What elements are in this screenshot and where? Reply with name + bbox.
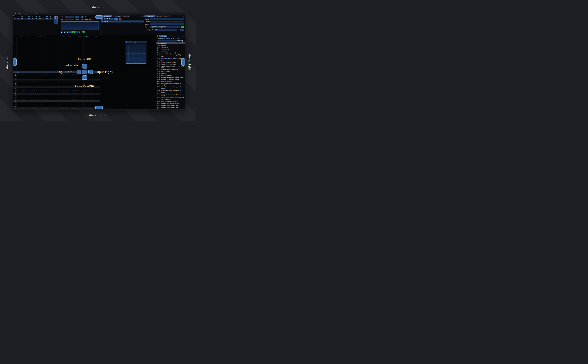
pattern-cell[interactable]: ... .. .. ... xyxy=(67,79,75,80)
pattern-cell[interactable]: ... .. .. ... xyxy=(16,104,25,105)
pattern-cell[interactable]: ... .. .. ... xyxy=(67,99,75,100)
pattern-cell[interactable]: ... .. .. ... xyxy=(16,91,25,93)
pattern-cell[interactable]: ... .. .. ... xyxy=(41,91,50,93)
pattern-cell[interactable]: ... .. .. ... xyxy=(16,77,25,78)
pattern-cell[interactable]: ... .. .. ... xyxy=(41,81,50,82)
pattern-cell[interactable]: ... .. .. ... xyxy=(25,81,33,82)
pattern-cell[interactable]: ... .. .. ... xyxy=(58,88,67,89)
step-one-row-button[interactable]: ↓ xyxy=(70,31,72,33)
pattern-cell[interactable]: ... .. .. ... xyxy=(67,90,75,91)
metronome-button[interactable]: ♩ xyxy=(75,31,78,33)
pattern-cell[interactable]: ... .. .. ... xyxy=(92,99,100,100)
pattern-cell[interactable]: ... .. .. ... xyxy=(33,77,41,78)
collapse-icon[interactable]: ▼ xyxy=(145,15,146,17)
tab-speed[interactable]: Speed xyxy=(163,15,170,17)
pattern-cell[interactable]: ... .. .. ... xyxy=(84,88,92,89)
effect-item-15xx[interactable]: 15xxSet level of operator 4 (0 highest, … xyxy=(157,93,184,97)
tuning-increase-button[interactable]: + xyxy=(182,29,184,31)
pattern-cell[interactable]: ... .. .. ... xyxy=(50,86,58,87)
menu-file[interactable]: file xyxy=(14,13,17,15)
effect-item-06xy[interactable]: 06xyVolume slide + portamento (compatibi… xyxy=(157,58,184,61)
pattern-cell[interactable]: ... .. .. ... xyxy=(50,93,58,94)
channel-header-fm-3[interactable]: FM 3 xyxy=(33,35,41,37)
pattern-cell[interactable]: ... .. .. ... xyxy=(41,106,50,107)
channel-header-square-1[interactable]: Square 1 xyxy=(67,35,75,37)
pattern-cell[interactable]: ... .. .. ... xyxy=(25,95,33,96)
pattern-cell[interactable]: ... .. .. ... xyxy=(33,88,41,89)
pattern-cell[interactable]: ... .. .. ... xyxy=(58,84,67,85)
split-bottom-target[interactable] xyxy=(82,75,87,80)
pattern-cell[interactable]: ... .. .. ... xyxy=(67,104,75,105)
pattern-row-19[interactable]: 19... .. .. ...... .. .. ...... .. .. ..… xyxy=(13,106,100,108)
pattern-cell[interactable]: ... .. .. ... xyxy=(75,106,84,107)
pattern-cell[interactable]: ... .. .. ... xyxy=(16,79,25,80)
pattern-cell[interactable]: ... .. .. ... xyxy=(92,97,100,98)
pattern-cell[interactable]: ... .. .. ... xyxy=(67,91,75,93)
pattern-cell[interactable]: ... .. .. ... xyxy=(25,102,33,104)
pattern-cell[interactable]: ... .. .. ... xyxy=(84,81,92,82)
pattern-cell[interactable]: ... .. .. ... xyxy=(33,90,41,91)
author-input[interactable] xyxy=(150,21,184,22)
order-cell[interactable]: 00 xyxy=(45,18,49,20)
pattern-cell[interactable]: ... .. .. ... xyxy=(33,106,41,107)
tuning-input[interactable]: 440 xyxy=(154,29,177,31)
pattern-cell[interactable]: ... .. .. ... xyxy=(92,74,100,75)
pattern-cell[interactable]: ... .. .. ... xyxy=(67,83,75,84)
pattern-cell[interactable]: ... .. .. ... xyxy=(41,95,50,96)
move-order-up-button[interactable]: ∧ xyxy=(56,18,58,20)
pattern-cell[interactable]: ... .. .. ... xyxy=(41,93,50,94)
pattern-row-3[interactable]: 3... .. .. ...... .. .. ...... .. .. ...… xyxy=(13,77,100,79)
pattern-cell[interactable]: ... .. .. ... xyxy=(75,99,84,100)
pattern-cell[interactable]: ... .. .. ... xyxy=(33,83,41,84)
pattern-row-21[interactable]: 21... .. .. ...... .. .. ...... .. .. ..… xyxy=(13,109,100,110)
channel-header-noise[interactable]: Noise xyxy=(92,35,100,37)
save-instrument-button[interactable] xyxy=(109,18,111,20)
edit-record-button[interactable]: ● xyxy=(73,31,75,33)
pattern-cell[interactable]: ... .. .. ... xyxy=(25,99,33,100)
tuning-decrease-button[interactable]: - xyxy=(180,29,182,31)
pattern-cell[interactable]: ... .. .. ... xyxy=(92,104,100,105)
pattern-cell[interactable]: ... .. .. ... xyxy=(58,74,67,75)
pattern-cell[interactable]: ... .. .. ... xyxy=(75,104,84,105)
collapse-icon[interactable]: ▼ xyxy=(126,41,127,43)
order-cell[interactable]: 00 xyxy=(31,18,34,20)
pattern-cell[interactable]: ... .. .. ... xyxy=(92,102,100,104)
open-instrument-button[interactable] xyxy=(106,18,108,20)
pattern-cell[interactable]: ... .. .. ... xyxy=(33,75,41,77)
pattern-cell[interactable]: ... .. .. ... xyxy=(58,108,67,109)
effect-item-04xy[interactable]: 04xyVibrato (x: speed; y: depth) xyxy=(157,52,184,54)
play-from-cursor-button[interactable]: ➤ xyxy=(66,31,69,33)
pattern-row-14[interactable]: 14... .. .. ...... .. .. ...... .. .. ..… xyxy=(13,97,100,98)
pattern-cell[interactable]: ... .. .. ... xyxy=(50,88,58,89)
octave-increase-button[interactable]: + xyxy=(77,16,79,18)
menu-window[interactable]: window xyxy=(28,13,34,15)
pattern-cell[interactable]: ... .. .. ... xyxy=(50,72,58,73)
pattern-cell[interactable]: ... .. .. ... xyxy=(67,77,75,78)
pattern-cell[interactable]: ... .. .. ... xyxy=(75,102,84,104)
effect-item-02xx[interactable]: 02xxPitch slide down xyxy=(157,48,184,50)
pattern-cell[interactable]: ... .. .. ... xyxy=(25,97,33,98)
pattern-cell[interactable]: ... .. .. ... xyxy=(41,77,50,78)
add-order-button[interactable]: + xyxy=(54,16,56,18)
pattern-cell[interactable]: ... .. .. ... xyxy=(67,100,75,102)
channel-header-fm-4[interactable]: FM 4 xyxy=(41,35,50,37)
pattern-cell[interactable]: ... .. .. ... xyxy=(84,108,92,109)
pattern-cell[interactable]: ... .. .. ... xyxy=(58,97,67,98)
pattern-row-13[interactable]: 13... .. .. ...... .. .. ...... .. .. ..… xyxy=(13,95,100,97)
effect-item-10xy[interactable]: 10xySetup LFO (x: enable; y: speed) xyxy=(157,79,184,80)
pattern-cell[interactable]: ... .. .. ... xyxy=(41,84,50,85)
effect-item-0Axy[interactable]: 0AxyVolume slide (0y: down; x0: up) xyxy=(157,69,184,71)
pattern-row-2[interactable]: 2... .. .. ...... .. .. ...... .. .. ...… xyxy=(13,75,100,77)
pattern-cell[interactable]: ... .. .. ... xyxy=(25,86,33,87)
order-cell[interactable]: 00 xyxy=(49,18,53,20)
pattern-row-20[interactable]: 20... .. .. ...... .. .. ...... .. .. ..… xyxy=(13,107,100,109)
pattern-cell[interactable]: ... .. .. ... xyxy=(67,106,75,107)
pattern-cell[interactable]: ... .. .. ... xyxy=(67,108,75,109)
pattern-cell[interactable]: ... .. .. ... xyxy=(16,83,25,84)
pattern-cell[interactable]: ... .. .. ... xyxy=(41,88,50,89)
pattern-cell[interactable]: ... .. .. ... xyxy=(67,81,75,82)
pattern-cell[interactable]: ... .. .. ... xyxy=(41,86,50,87)
effect-list-menu-button[interactable]: ≡ xyxy=(181,40,183,42)
pattern-cell[interactable]: ... .. .. ... xyxy=(75,90,84,91)
pattern-row-0[interactable]: 0... .. .. ...... .. .. ...... .. .. ...… xyxy=(13,72,100,73)
